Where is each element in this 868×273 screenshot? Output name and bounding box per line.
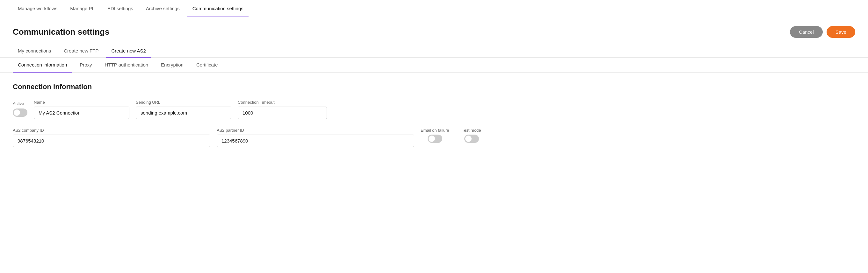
- sending-url-label: Sending URL: [136, 100, 231, 105]
- section-nav-http-auth[interactable]: HTTP authentication: [100, 58, 153, 72]
- active-toggle-group: Active: [13, 100, 27, 117]
- name-label: Name: [34, 100, 129, 105]
- connection-timeout-label: Connection Timeout: [238, 100, 327, 105]
- as2-company-id-group: AS2 company ID: [13, 128, 210, 147]
- test-mode-toggle[interactable]: [464, 135, 479, 143]
- as2-company-id-input[interactable]: [13, 135, 210, 147]
- email-on-failure-toggle[interactable]: [428, 135, 442, 143]
- active-toggle-slider: [13, 108, 27, 117]
- as2-company-id-label: AS2 company ID: [13, 128, 210, 133]
- as2-partner-id-group: AS2 partner ID: [217, 128, 414, 147]
- test-mode-label: Test mode: [462, 128, 481, 133]
- form-row-1: Active Name Sending URL Connection Timeo…: [13, 100, 855, 119]
- connection-timeout-group: Connection Timeout: [238, 100, 327, 119]
- page-header: Communication settings Cancel Save: [0, 17, 868, 44]
- nav-communication-settings[interactable]: Communication settings: [187, 0, 249, 17]
- form-row-2: AS2 company ID AS2 partner ID Email on f…: [13, 128, 855, 147]
- active-toggle[interactable]: [13, 108, 27, 117]
- test-mode-slider: [464, 135, 479, 143]
- sub-navigation: My connections Create new FTP Create new…: [0, 44, 868, 58]
- sub-nav-create-new-as2[interactable]: Create new AS2: [106, 44, 151, 57]
- sub-nav-create-new-ftp[interactable]: Create new FTP: [59, 44, 103, 57]
- sending-url-group: Sending URL: [136, 100, 231, 119]
- as2-partner-id-input[interactable]: [217, 135, 414, 147]
- section-nav-connection-info[interactable]: Connection information: [13, 58, 72, 72]
- nav-edi-settings[interactable]: EDI settings: [102, 0, 138, 17]
- sending-url-input[interactable]: [136, 107, 231, 119]
- active-label: Active: [13, 101, 24, 106]
- name-group: Name: [34, 100, 129, 119]
- sub-nav-my-connections[interactable]: My connections: [13, 44, 56, 57]
- section-nav-proxy[interactable]: Proxy: [74, 58, 97, 72]
- section-nav-certificate[interactable]: Certificate: [191, 58, 223, 72]
- email-on-failure-group: Email on failure: [421, 128, 449, 143]
- main-content: Connection information Active Name Sendi…: [0, 73, 868, 166]
- email-on-failure-slider: [428, 135, 442, 143]
- section-navigation: Connection information Proxy HTTP authen…: [0, 58, 868, 73]
- cancel-button[interactable]: Cancel: [790, 26, 823, 38]
- header-buttons: Cancel Save: [790, 26, 855, 38]
- nav-archive-settings[interactable]: Archive settings: [141, 0, 185, 17]
- as2-partner-id-label: AS2 partner ID: [217, 128, 414, 133]
- name-input[interactable]: [34, 107, 129, 119]
- page-title: Communication settings: [13, 27, 109, 37]
- save-button[interactable]: Save: [827, 26, 855, 38]
- section-nav-encryption[interactable]: Encryption: [156, 58, 189, 72]
- email-test-group: Email on failure Test mode: [421, 128, 481, 143]
- email-on-failure-label: Email on failure: [421, 128, 449, 133]
- test-mode-group: Test mode: [462, 128, 481, 143]
- top-navigation: Manage workflows Manage PII EDI settings…: [0, 0, 868, 17]
- nav-manage-workflows[interactable]: Manage workflows: [13, 0, 62, 17]
- section-title: Connection information: [13, 83, 855, 91]
- nav-manage-pii[interactable]: Manage PII: [65, 0, 100, 17]
- connection-timeout-input[interactable]: [238, 107, 327, 119]
